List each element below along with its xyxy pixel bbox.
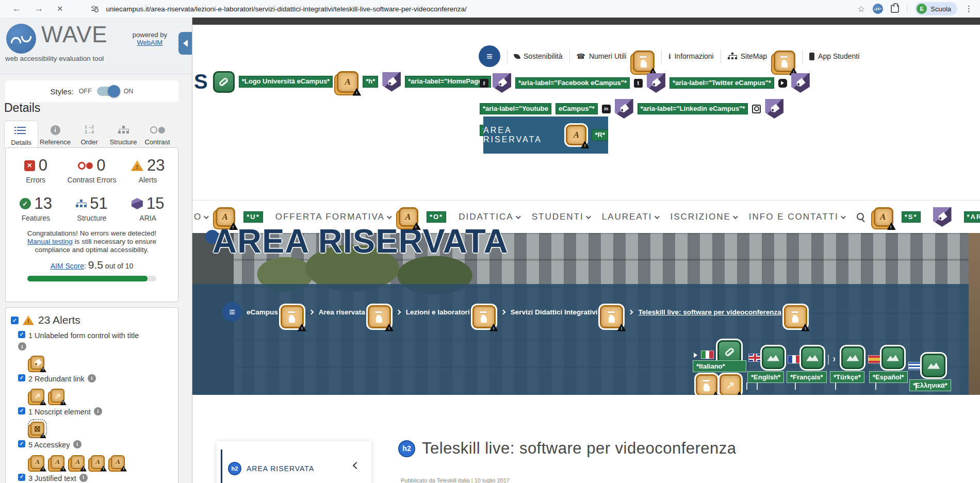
nav-sostenibilita[interactable]: Sostenibilità bbox=[514, 52, 563, 60]
redundant-title-icon[interactable] bbox=[784, 305, 807, 328]
aria-label-icon[interactable] bbox=[933, 207, 952, 227]
h2-badge-icon[interactable]: h2 bbox=[228, 462, 241, 475]
redundant-title-icon[interactable] bbox=[633, 51, 655, 72]
breadcrumb-lezioni[interactable]: Lezioni e laboratori bbox=[406, 305, 496, 319]
aria-label-icon[interactable] bbox=[615, 99, 633, 119]
breadcrumb-area-riservata[interactable]: Area riservata bbox=[319, 305, 391, 319]
forward-icon[interactable]: → bbox=[35, 4, 43, 14]
accesskey-icon[interactable]: A bbox=[874, 207, 893, 227]
flag-uk-icon[interactable] bbox=[748, 354, 761, 362]
search-icon[interactable] bbox=[857, 213, 865, 222]
manual-testing-link[interactable]: Manual testing bbox=[27, 238, 73, 245]
image-alt-icon[interactable] bbox=[881, 346, 904, 369]
info-icon[interactable]: i bbox=[18, 342, 26, 351]
flag-spain-icon[interactable] bbox=[868, 355, 881, 363]
accesskey-icon[interactable]: A bbox=[216, 207, 235, 227]
panel-collapse-button[interactable] bbox=[178, 32, 192, 55]
aria-label-icon[interactable] bbox=[791, 73, 810, 93]
flag-greece-icon[interactable] bbox=[908, 362, 921, 370]
alert-checkbox[interactable] bbox=[18, 440, 25, 447]
accesskey-icon[interactable]: A bbox=[111, 455, 125, 469]
nav-item-didattica[interactable]: DIDATTICA bbox=[459, 212, 519, 222]
breadcrumb-menu-icon[interactable] bbox=[222, 302, 242, 322]
aria-label-icon[interactable] bbox=[647, 73, 665, 93]
redundant-title-icon[interactable] bbox=[774, 51, 795, 72]
nav-item-studenti[interactable]: STUDENTI bbox=[532, 212, 590, 222]
flag-turkey-icon[interactable] bbox=[828, 355, 829, 364]
noscript-element-icon[interactable] bbox=[30, 422, 44, 436]
back-icon[interactable]: ← bbox=[12, 4, 21, 14]
logo-partial-letter[interactable]: S bbox=[194, 70, 208, 93]
aim-score-link[interactable]: AIM Score bbox=[51, 262, 84, 270]
redundant-title-icon[interactable] bbox=[281, 305, 304, 328]
alert-checkbox[interactable] bbox=[18, 474, 25, 481]
redundant-link-icon[interactable] bbox=[720, 374, 741, 395]
aria-label-icon[interactable] bbox=[765, 99, 783, 119]
tab-contrast[interactable]: Contrast bbox=[140, 121, 174, 149]
alert-checkbox[interactable] bbox=[18, 374, 25, 381]
aria-label-icon[interactable] bbox=[493, 73, 511, 93]
accesskey-icon[interactable]: A bbox=[337, 71, 358, 93]
linkedin-icon[interactable] bbox=[602, 105, 611, 113]
flag-italy-icon[interactable] bbox=[701, 351, 714, 359]
collapse-chevron-icon[interactable] bbox=[353, 462, 360, 469]
alerts-all-checkbox[interactable] bbox=[11, 317, 19, 324]
twitter-icon[interactable] bbox=[634, 79, 643, 88]
linked-image-alt-icon[interactable] bbox=[213, 71, 235, 93]
accesskey-icon[interactable]: A bbox=[399, 207, 418, 227]
info-icon[interactable]: i bbox=[94, 407, 102, 415]
info-icon[interactable]: i bbox=[88, 374, 96, 382]
breadcrumb-servizi[interactable]: Servizi Didattici Integrativi bbox=[511, 305, 624, 319]
site-info-icon[interactable] bbox=[91, 5, 99, 13]
h2-badge-icon[interactable]: h2 bbox=[398, 440, 415, 457]
accesskey-icon[interactable]: A bbox=[30, 455, 44, 469]
facebook-icon[interactable] bbox=[480, 79, 488, 88]
tab-details[interactable]: Details bbox=[4, 121, 38, 149]
image-alt-icon[interactable] bbox=[841, 346, 864, 369]
aria-label-icon[interactable] bbox=[382, 72, 401, 92]
area-riservata-button[interactable]: AREA RISERVATA A *R* bbox=[483, 116, 608, 154]
breadcrumb-ecampus[interactable]: eCampus bbox=[247, 305, 304, 319]
styles-toggle[interactable] bbox=[97, 87, 119, 96]
nav-sitemap[interactable]: SiteMap bbox=[728, 52, 767, 60]
flag-france-icon[interactable] bbox=[788, 355, 801, 363]
tab-order[interactable]: 1→23→4 Order bbox=[72, 121, 106, 149]
tab-reference[interactable]: i Reference bbox=[38, 121, 72, 149]
redundant-title-icon[interactable] bbox=[696, 374, 717, 395]
quick-menu-icon[interactable] bbox=[479, 45, 500, 67]
info-icon[interactable]: i bbox=[73, 440, 81, 448]
accesskey-icon[interactable]: A bbox=[51, 455, 64, 469]
accesskey-icon[interactable]: A bbox=[91, 455, 105, 469]
nav-item-laureati[interactable]: LAUREATI bbox=[602, 212, 658, 222]
wave-extension-icon[interactable] bbox=[873, 4, 883, 14]
unlabeled-form-title-icon[interactable] bbox=[30, 356, 44, 370]
nav-app-studenti[interactable]: App Studenti bbox=[809, 52, 859, 60]
accesskey-icon[interactable]: A bbox=[71, 455, 85, 469]
nav-item-offerta-formativa[interactable]: OFFERTA FORMATIVA bbox=[275, 212, 390, 222]
image-alt-icon[interactable] bbox=[922, 354, 945, 377]
nav-item-iscrizione[interactable]: ISCRIZIONE bbox=[671, 212, 737, 222]
tab-structure[interactable]: Structure bbox=[106, 121, 140, 149]
nav-informazioni[interactable]: iInformazioni bbox=[668, 52, 713, 61]
instagram-icon[interactable] bbox=[752, 105, 761, 113]
menu-kebab-icon[interactable]: ⋮ bbox=[965, 4, 973, 13]
webaim-link[interactable]: WebAIM bbox=[137, 39, 163, 46]
image-alt-icon[interactable] bbox=[801, 346, 824, 369]
alert-checkbox[interactable] bbox=[18, 407, 25, 414]
redundant-title-icon[interactable] bbox=[368, 305, 391, 328]
extensions-puzzle-icon[interactable] bbox=[891, 5, 899, 13]
stop-icon[interactable]: ✕ bbox=[57, 4, 63, 13]
nav-item-info-contatti[interactable]: INFO E CONTATTI bbox=[749, 212, 844, 222]
accesskey-icon[interactable]: A bbox=[566, 125, 586, 145]
info-icon[interactable]: i bbox=[79, 474, 88, 482]
breadcrumb-teleskill[interactable]: Teleskill live: software per videoconfer… bbox=[638, 305, 807, 319]
redundant-link-icon[interactable] bbox=[51, 389, 64, 403]
redundant-title-icon[interactable] bbox=[600, 305, 623, 328]
youtube-icon[interactable] bbox=[778, 79, 787, 88]
redundant-link-icon[interactable] bbox=[30, 389, 44, 403]
bookmark-star-icon[interactable]: ☆ bbox=[857, 4, 865, 14]
url-bar[interactable]: uniecampus.it/area-riservata/lezioni-e-l… bbox=[106, 5, 467, 13]
profile-button[interactable]: E Scuola bbox=[915, 2, 957, 15]
nav-item-partial[interactable]: O bbox=[194, 212, 207, 222]
redundant-title-icon[interactable] bbox=[472, 305, 496, 328]
